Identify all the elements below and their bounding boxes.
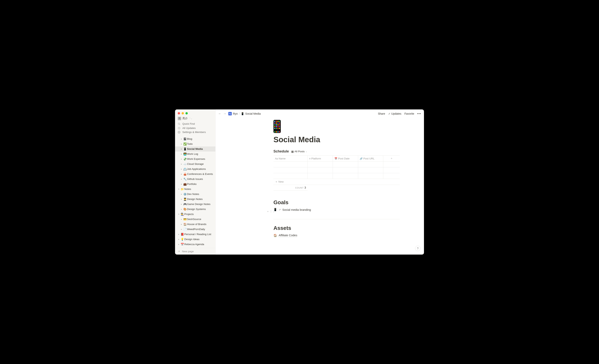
sidebar-item[interactable]: ▸🎪Conferences & Events [175, 172, 215, 177]
chevron-right-icon[interactable]: ▸ [180, 197, 183, 201]
chevron-right-icon[interactable]: ▸ [180, 217, 183, 221]
database-count: COUNT3 [273, 185, 308, 190]
database-title[interactable]: Schedule [273, 149, 289, 153]
sidebar-item-label: Notes [184, 187, 191, 191]
table-row[interactable] [273, 167, 400, 173]
sidebar-item[interactable]: ▸💼Portfolio [175, 182, 215, 187]
sidebar-item-label: Cloud Storage [187, 162, 203, 166]
database-new-row[interactable]: ＋ New [273, 179, 400, 185]
back-button[interactable]: ← [218, 112, 221, 115]
chevron-right-icon[interactable]: ▸ [180, 177, 183, 181]
chevron-right-icon[interactable]: ▸ [180, 172, 183, 176]
sidebar-item[interactable]: ▸⚙️Dev Notes [175, 192, 215, 197]
chevron-down-icon[interactable]: ▾ [177, 187, 180, 191]
minimize-window-button[interactable] [182, 112, 184, 115]
new-page-button[interactable]: ＋ New page [175, 248, 215, 255]
chevron-right-icon[interactable]: ▸ [180, 152, 183, 156]
chevron-right-icon[interactable]: ▸ [180, 137, 183, 141]
sidebar-item-label: Game Design Notes [187, 202, 211, 206]
sidebar-item[interactable]: ▸📱Social Media [175, 146, 215, 151]
page-icon: 📱 [183, 147, 187, 151]
table-row[interactable] [273, 161, 400, 167]
column-header-name[interactable]: AaName [273, 156, 308, 161]
sidebar-item[interactable]: ▸📇Job Applications [175, 167, 215, 172]
add-column-button[interactable]: ＋ [383, 156, 400, 161]
maximize-window-button[interactable] [185, 112, 188, 115]
database-view-name: All Posts [294, 150, 305, 153]
chevron-right-icon[interactable]: ▸ [180, 207, 183, 211]
breadcrumb-user[interactable]: Ryo [233, 112, 238, 115]
updates-button[interactable]: ✓ Updates [388, 112, 401, 115]
sidebar-item[interactable]: ▾👨‍🏭Projects [175, 212, 215, 217]
sidebar-item[interactable]: ▸🎮Game Design Notes [175, 202, 215, 207]
forward-button[interactable]: → [223, 112, 226, 115]
sidebar-item[interactable]: ▸🎨Design Systems [175, 207, 215, 212]
all-updates[interactable]: All Updates [175, 126, 215, 130]
sidebar-item[interactable]: ▸🔧Github Issues [175, 177, 215, 182]
sidebar-item[interactable]: ▸📕Personal / Reading List [175, 232, 215, 237]
sidebar-item-label: Work Expenses [187, 157, 205, 161]
column-header-platform[interactable]: ≡Platform [308, 156, 333, 161]
sidebar-item[interactable]: ▸💸Work Expenses [175, 157, 215, 161]
sidebar-item[interactable]: ▸💳SeshSource [175, 217, 215, 222]
database-view-picker[interactable]: ▦ All Posts ⌄ [291, 150, 307, 153]
chevron-right-icon[interactable]: ▸ [177, 237, 180, 241]
more-menu-button[interactable]: ••• [417, 112, 421, 115]
drag-handle-icon[interactable]: ⋮⋮ [270, 210, 275, 213]
sidebar-item[interactable]: ▸📅Rebecca Agenda [175, 242, 215, 247]
help-button[interactable]: ? [415, 246, 421, 251]
chevron-right-icon[interactable]: ▸ [180, 192, 183, 196]
app-window: 亮 亮介 ⌃⌄ Quick Find All Updates Settings … [175, 109, 424, 255]
sidebar-item-label: Todo [187, 142, 193, 146]
sidebar-item[interactable]: ▾📁Notes [175, 187, 215, 192]
breadcrumb-user-avatar[interactable]: Ry [228, 112, 232, 115]
sidebar-item[interactable]: ▸✅Todo [175, 142, 215, 146]
page-icon[interactable] [273, 120, 400, 133]
search-icon [178, 122, 181, 125]
page-icon: 🎪 [183, 172, 187, 176]
chevron-right-icon[interactable]: ▸ [180, 142, 183, 146]
sidebar-item[interactable]: ▸📄WeedPornDaily [175, 227, 215, 232]
close-window-button[interactable] [178, 112, 180, 115]
page-icon: 🎨 [183, 207, 187, 211]
link-arrow-icon: ↗ [279, 208, 281, 211]
table-row[interactable] [273, 173, 400, 179]
settings-members[interactable]: Settings & Members [175, 130, 215, 134]
chevron-right-icon[interactable]: ▸ [180, 157, 183, 161]
chevron-down-icon[interactable]: ▾ [177, 212, 180, 216]
linked-page-label: Social media branding [282, 208, 311, 211]
sidebar-item[interactable]: ▸🏠House of Brands [175, 222, 215, 227]
sidebar-item[interactable]: ▸👨‍💻Work Log [175, 151, 215, 157]
chevron-right-icon[interactable]: ▸ [180, 162, 183, 166]
column-header-post-date[interactable]: 📅Post Date [333, 156, 358, 161]
linked-page-goals[interactable]: 📱 ↗ Social media branding [273, 208, 400, 211]
sidebar-item[interactable]: ▸💡Design Ideas [175, 237, 215, 242]
chevron-right-icon[interactable]: ▸ [180, 167, 183, 171]
sidebar-item[interactable]: ▸👨‍🎓Design Notes [175, 197, 215, 202]
chevron-right-icon[interactable]: ▸ [177, 232, 180, 236]
favorite-button[interactable]: Favorite [405, 112, 414, 115]
quick-find[interactable]: Quick Find [175, 122, 215, 126]
chevron-right-icon[interactable]: ▸ [180, 227, 183, 231]
calendar-icon: 📅 [335, 157, 337, 160]
linked-page-assets[interactable]: 🏠 Affiliate Codes [273, 233, 400, 237]
share-button[interactable]: Share [378, 112, 385, 115]
page-title[interactable]: Social Media [273, 135, 400, 144]
chevron-right-icon[interactable]: ▸ [177, 242, 180, 247]
chevron-right-icon[interactable]: ▸ [180, 147, 183, 151]
workspace-name: 亮介 [182, 117, 188, 120]
sidebar-item[interactable]: ▸☁️Cloud Storage [175, 161, 215, 167]
breadcrumb-page[interactable]: Social Media [245, 112, 261, 115]
heading-assets[interactable]: Assets [273, 225, 400, 231]
add-block-button[interactable]: ＋ [266, 210, 269, 213]
chevron-right-icon[interactable]: ▸ [180, 182, 183, 186]
chevron-right-icon[interactable]: ▸ [180, 222, 183, 226]
workspace-switcher[interactable]: 亮 亮介 ⌃⌄ [175, 116, 215, 122]
chevron-right-icon[interactable]: ▸ [180, 202, 183, 206]
heading-goals[interactable]: Goals [273, 199, 400, 205]
sidebar-item-label: Rebecca Agenda [184, 242, 204, 247]
sidebar-item-label: SeshSource [187, 217, 201, 221]
column-header-post-url[interactable]: 🔗Post URL [358, 156, 383, 161]
sidebar-item[interactable]: ▸📓Blog [175, 136, 215, 142]
breadcrumb-separator: / [239, 112, 240, 115]
